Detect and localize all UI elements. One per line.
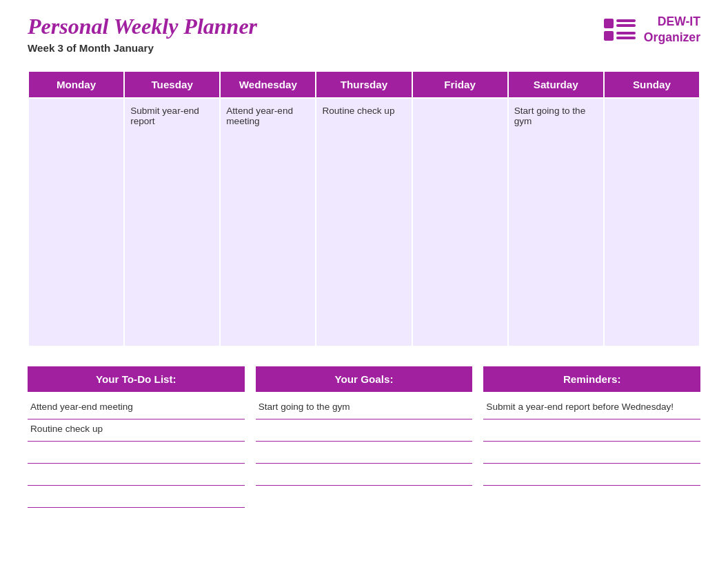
- reminder-item-empty: [483, 419, 700, 442]
- todo-item: Attend year-end meeting: [28, 397, 245, 419]
- reminders-header: Reminders:: [483, 366, 700, 392]
- day-header-tuesday: Tuesday: [124, 71, 220, 98]
- days-body-row: Submit year-end reportAttend year-end me…: [28, 98, 700, 346]
- day-cell-saturday: Start going to the gym: [508, 98, 604, 346]
- goals-section: Your Goals: Start going to the gym: [256, 366, 473, 508]
- day-cell-sunday: [604, 98, 700, 346]
- todo-section: Your To-Do List: Attend year-end meeting…: [28, 366, 245, 508]
- logo-square-top: [604, 19, 614, 28]
- day-header-saturday: Saturday: [508, 71, 604, 98]
- todo-item: Routine check up: [28, 419, 245, 442]
- day-header-thursday: Thursday: [316, 71, 412, 98]
- day-header-monday: Monday: [28, 71, 124, 98]
- brand-name: DEW-IT Organizer: [644, 14, 700, 46]
- goal-item-empty: [256, 419, 473, 442]
- reminders-section: Reminders: Submit a year-end report befo…: [483, 366, 700, 508]
- day-cell-thursday: Routine check up: [316, 98, 412, 346]
- logo-lines-top: [616, 19, 636, 27]
- day-cell-friday: [412, 98, 508, 346]
- logo-icon: [604, 19, 636, 41]
- logo-line-2: [616, 24, 636, 27]
- goal-item-empty: [256, 442, 473, 464]
- goal-item: Start going to the gym: [256, 397, 473, 419]
- app-title: Personal Weekly Planner: [28, 14, 257, 39]
- header-right: DEW-IT Organizer: [604, 14, 700, 46]
- page-header: Personal Weekly Planner Week 3 of Month …: [28, 14, 700, 54]
- weekly-calendar: MondayTuesdayWednesdayThursdayFridaySatu…: [28, 70, 700, 347]
- header-left: Personal Weekly Planner Week 3 of Month …: [28, 14, 257, 54]
- day-task: Submit year-end report: [130, 106, 214, 126]
- reminder-item-empty: [483, 442, 700, 464]
- day-task: Start going to the gym: [514, 106, 598, 126]
- day-header-sunday: Sunday: [604, 71, 700, 98]
- goals-items: Start going to the gym: [256, 397, 473, 486]
- day-task: Routine check up: [322, 106, 405, 116]
- todo-items: Attend year-end meetingRoutine check up: [28, 397, 245, 508]
- reminders-items: Submit a year-end report before Wednesda…: [483, 397, 700, 486]
- logo-square-bottom: [604, 31, 614, 41]
- logo-lines-bottom: [616, 32, 636, 39]
- day-cell-monday: [28, 98, 124, 346]
- day-cell-wednesday: Attend year-end meeting: [220, 98, 316, 346]
- todo-header: Your To-Do List:: [28, 366, 245, 392]
- todo-item-empty: [28, 442, 245, 464]
- day-task: Attend year-end meeting: [226, 106, 310, 126]
- logo-line-4: [616, 37, 636, 39]
- goals-header: Your Goals:: [256, 366, 473, 392]
- todo-item-empty: [28, 464, 245, 486]
- day-header-wednesday: Wednesday: [220, 71, 316, 98]
- week-subtitle: Week 3 of Month January: [28, 42, 257, 54]
- reminder-item-empty: [483, 464, 700, 486]
- reminder-item: Submit a year-end report before Wednesda…: [483, 397, 700, 419]
- logo-line-1: [616, 19, 636, 22]
- day-cell-tuesday: Submit year-end report: [124, 98, 220, 346]
- days-header-row: MondayTuesdayWednesdayThursdayFridaySatu…: [28, 71, 700, 98]
- logo-line-3: [616, 32, 636, 34]
- todo-item-empty: [28, 486, 245, 508]
- bottom-row: Your To-Do List: Attend year-end meeting…: [28, 366, 700, 508]
- day-header-friday: Friday: [412, 71, 508, 98]
- goal-item-empty: [256, 464, 473, 486]
